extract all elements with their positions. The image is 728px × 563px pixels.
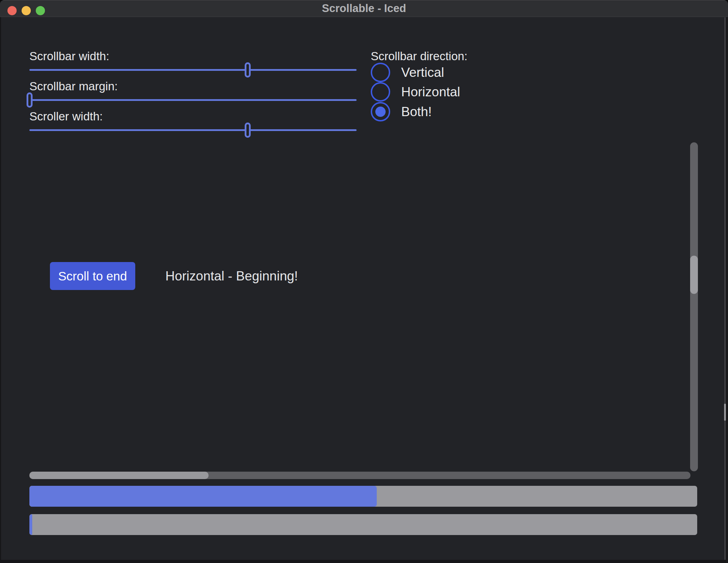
window-title: Scrollable - Iced (0, 0, 728, 17)
horizontal-scrollbar-scroller[interactable] (29, 472, 209, 479)
scroller-width-label: Scroller width: (29, 110, 103, 123)
scrollbar-width-label: Scrollbar width: (29, 50, 109, 63)
radio-circle-vertical[interactable] (371, 63, 390, 82)
radio-label-horizontal: Horizontal (401, 82, 460, 102)
scrollbar-margin-slider-rail[interactable] (29, 99, 357, 101)
app-window: Scrollable - Iced Scrollbar width: Scrol… (0, 0, 728, 563)
horizontal-progress-fill (29, 514, 32, 535)
scrollbar-width-slider-rail[interactable] (29, 69, 357, 71)
radio-label-vertical: Vertical (401, 63, 444, 82)
window-edge-scrollbar-scroller[interactable] (724, 404, 726, 421)
window-bottom-edge (0, 560, 728, 563)
radio-label-both: Both! (401, 102, 432, 121)
radio-circle-both[interactable] (371, 102, 390, 121)
scroller-width-slider-handle[interactable] (245, 123, 251, 138)
scroll-to-end-button[interactable]: Scroll to end (50, 262, 135, 290)
scroller-width-slider-rail[interactable] (29, 129, 357, 131)
vertical-progress-fill (29, 486, 377, 507)
vertical-progress-bar (29, 486, 697, 507)
scrollbar-direction-label: Scrollbar direction: (371, 50, 467, 63)
radio-circle-horizontal[interactable] (371, 82, 390, 102)
scrollbar-width-slider-handle[interactable] (245, 62, 251, 78)
vertical-scrollbar-track[interactable] (690, 142, 698, 471)
scrollbar-margin-label: Scrollbar margin: (29, 80, 118, 93)
scroll-status-text: Horizontal - Beginning! (165, 262, 298, 290)
window-left-edge (0, 17, 1, 563)
horizontal-progress-bar (29, 514, 697, 535)
vertical-scrollbar-scroller[interactable] (690, 256, 698, 294)
window-edge-scrollbar-track (724, 17, 726, 560)
window-right-edge (726, 17, 728, 563)
title-bar[interactable]: Scrollable - Iced (0, 0, 728, 17)
scrollbar-margin-slider-handle[interactable] (27, 92, 33, 108)
